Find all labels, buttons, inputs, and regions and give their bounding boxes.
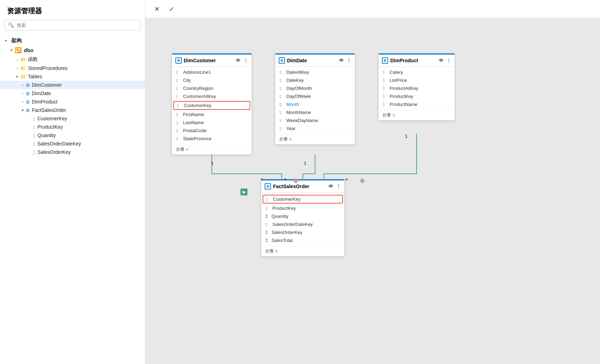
sidebar-item-fso-productkey[interactable]: ▯ ProductKey — [0, 123, 145, 131]
dimproduct-header-icons: 👁 ⋮ — [439, 58, 451, 63]
field-datekey[interactable]: ▯DateKey — [275, 76, 355, 84]
more-icon-dimdate[interactable]: ⋮ — [347, 58, 351, 63]
col-icon-d5: ▯ — [279, 102, 284, 107]
eye-icon-dimcustomer[interactable]: 👁 — [236, 58, 240, 63]
sidebar-item-schema[interactable]: ▾ 架构 — [0, 36, 145, 45]
col-icon2: ▯ — [176, 78, 181, 83]
field-catery[interactable]: ▯Catery — [378, 68, 455, 76]
collapse-dimproduct[interactable]: 折叠 ∧ — [378, 110, 455, 120]
dimdate-table-icon: ⊞ — [279, 57, 285, 64]
sidebar-item-factsalesorder[interactable]: ▾ ⊞ FactSalesOrder — [0, 106, 145, 114]
eye-icon-dimproduct[interactable]: 👁 — [439, 58, 444, 63]
collapse-factsalesorder[interactable]: 折叠 ∧ — [261, 246, 344, 256]
field-addressline1[interactable]: ▯AddressLine1 — [172, 68, 252, 76]
fso-salesorderdatekey-label: SalesOrderDateKey — [37, 141, 81, 147]
arrow-dimcustomer-fso: ▶ — [240, 188, 247, 195]
field-customerkey-dimcustomer[interactable]: ▯CustomerKey — [173, 101, 250, 110]
col-icon-p5: ▯ — [383, 102, 388, 107]
fso-productkey-label: ProductKey — [37, 124, 63, 130]
dimcustomer-title: DimCustomer — [184, 58, 216, 63]
field-customerkey-fso[interactable]: ▯CustomerKey — [263, 195, 343, 204]
card-dimproduct: ⊞ DimProduct 👁 ⋮ ▯Catery ▯ListPrice ▯Pro… — [378, 53, 455, 121]
dbo-icon: 🔁 — [15, 47, 22, 53]
field-productkey-fso[interactable]: ▯ProductKey — [261, 204, 344, 212]
field-postalcode[interactable]: ▯PostalCode — [172, 127, 252, 135]
dimdate-label: DimDate — [32, 91, 51, 96]
col-salesorderkey-icon: ▯ — [33, 150, 35, 155]
sidebar-item-dimproduct[interactable]: › ⊞ DimProduct — [0, 98, 145, 106]
caret-dimproduct: › — [20, 100, 26, 104]
field-productkey[interactable]: ▯ProductKey — [378, 92, 455, 100]
field-firstname[interactable]: ▯FirstName — [172, 110, 252, 119]
col-icon-d3: ▯ — [279, 86, 284, 91]
sidebar-item-dimcustomer[interactable]: › ⊞ DimCustomer — [0, 81, 145, 89]
field-lastname[interactable]: ▯LastName — [172, 119, 252, 127]
field-productname[interactable]: ▯ProductName — [378, 100, 455, 108]
fso-customerkey-label: CustomerKey — [37, 116, 67, 121]
field-countryregion[interactable]: ▯CountryRegion — [172, 84, 252, 92]
field-month[interactable]: ▯Month — [275, 100, 355, 108]
stored-label: StoredProcedures — [28, 65, 68, 71]
field-datealtkey[interactable]: ▯DateAltKey — [275, 68, 355, 76]
sidebar-item-stored[interactable]: › 📁 StoredProcedures — [0, 64, 145, 72]
search-input[interactable] — [17, 23, 137, 28]
field-quantity-fso[interactable]: Σ Quantity — [261, 212, 344, 220]
more-icon-dimcustomer[interactable]: ⋮ — [243, 58, 248, 63]
dimproduct-table-icon: ⊞ — [382, 57, 388, 64]
sidebar-item-fso-quantity[interactable]: ▯ Quantity — [0, 131, 145, 140]
col-icon5: ▯ — [177, 103, 182, 108]
card-dimdate: ⊞ DimDate 👁 ⋮ ▯DateAltKey ▯DateKey ▯DayO… — [275, 53, 355, 145]
col-icon7: ▯ — [176, 120, 181, 125]
col-icon-d6: ▯ — [279, 110, 284, 115]
col-salesorderdatekey-icon: ▯ — [33, 141, 35, 147]
field-dayofmonth[interactable]: ▯DayOfMonth — [275, 84, 355, 92]
sidebar-item-tables[interactable]: ▾ 📁 Tables — [0, 72, 145, 81]
sidebar-item-functions[interactable]: › 📁 函数 — [0, 55, 145, 64]
sidebar-item-dbo[interactable]: ▾ 🔁 dbo — [0, 45, 145, 55]
sidebar: 资源管理器 🔍 ▾ 架构 ▾ 🔁 dbo › 📁 函数 › 📁 StoredPr… — [0, 0, 145, 364]
field-salestotal-fso[interactable]: Σ SalesTotal — [261, 236, 344, 244]
col-customerkey-icon: ▯ — [33, 116, 35, 121]
table-dimproduct-icon: ⊞ — [26, 99, 30, 105]
more-icon-dimproduct[interactable]: ⋮ — [446, 58, 451, 63]
more-icon-factsalesorder[interactable]: ⋮ — [336, 184, 341, 189]
field-customeraltkey[interactable]: ▯CustomerAltKey — [172, 92, 252, 100]
dimdate-title: DimDate — [287, 58, 307, 63]
sidebar-tree: ▾ 架构 ▾ 🔁 dbo › 📁 函数 › 📁 StoredProcedures… — [0, 35, 145, 364]
cancel-button[interactable]: ✕ — [151, 3, 163, 15]
field-listprice[interactable]: ▯ListPrice — [378, 76, 455, 84]
col-icon-f4: ▯ — [265, 222, 270, 227]
confirm-button[interactable]: ✓ — [166, 3, 177, 15]
caret-dimdate: › — [20, 91, 26, 95]
field-city[interactable]: ▯City — [172, 76, 252, 84]
dbo-label: dbo — [24, 47, 34, 53]
sidebar-item-fso-salesorderdatekey[interactable]: ▯ SalesOrderDateKey — [0, 140, 145, 148]
search-bar[interactable]: 🔍 — [4, 20, 141, 30]
card-factsalesorder: ⊞ FactSalesOrder 👁 ⋮ ▯CustomerKey ▯Produ… — [261, 179, 345, 257]
sidebar-item-fso-salesorderkey[interactable]: ▯ SalesOrderKey — [0, 148, 145, 156]
sidebar-title: 资源管理器 — [0, 0, 145, 20]
field-dayofweek[interactable]: ▯DayOfWeek — [275, 92, 355, 100]
field-salesorderkey-fso[interactable]: Σ SalesOrderKey — [261, 228, 344, 236]
collapse-dimcustomer[interactable]: 折叠 ∧ — [172, 144, 252, 155]
field-salesorderdatekey-fso[interactable]: ▯SalesOrderDateKey — [261, 220, 344, 228]
sidebar-item-dimdate[interactable]: › ⊞ DimDate — [0, 89, 145, 98]
factsalesorder-title: FactSalesOrder — [273, 184, 309, 189]
table-dimcustomer-icon: ⊞ — [26, 83, 30, 88]
eye-icon-dimdate[interactable]: 👁 — [339, 58, 344, 63]
factsalesorder-label: FactSalesOrder — [32, 107, 66, 113]
eye-icon-factsalesorder[interactable]: 👁 — [328, 184, 333, 189]
dimcustomer-header-icons: 👁 ⋮ — [236, 58, 248, 63]
factsalesorder-header-icons: 👁 ⋮ — [328, 184, 341, 189]
schema-label: 架构 — [11, 37, 22, 44]
field-year[interactable]: ▯Year — [275, 124, 355, 133]
field-weekdayname[interactable]: ▯WeekDayName — [275, 116, 355, 124]
sidebar-item-fso-customerkey[interactable]: ▯ CustomerKey — [0, 114, 145, 123]
canvas-area: ✕ ✓ ⊞ DimCustomer 👁 ⋮ ▯AddressLine1 ▯Cit… — [145, 0, 600, 364]
field-productaltkey[interactable]: ▯ProductAltKey — [378, 84, 455, 92]
collapse-dimdate[interactable]: 折叠 ∧ — [275, 134, 355, 144]
field-monthname[interactable]: ▯MonthName — [275, 108, 355, 116]
caret-dimcustomer: › — [20, 83, 26, 87]
field-stateprovince[interactable]: ▯StateProvince — [172, 135, 252, 143]
col-icon9: ▯ — [176, 136, 181, 141]
